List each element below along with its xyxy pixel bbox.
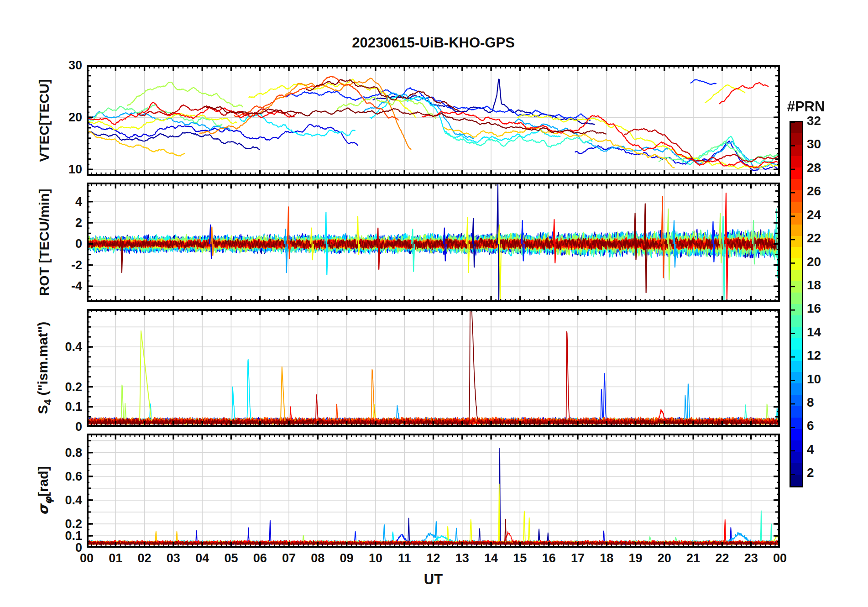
colorbar-tick-28: 28 — [807, 161, 843, 175]
colorbar-tick-12: 12 — [807, 348, 843, 363]
colorbar-tick-8: 8 — [807, 395, 843, 410]
colorbar-tick-26: 26 — [807, 184, 843, 199]
ytick-s4-0.2: 0.2 — [32, 380, 82, 394]
vtec-panel — [87, 65, 780, 176]
ytick-sigma_phi-0.2: 0.2 — [32, 517, 82, 531]
prn-colorbar — [790, 121, 803, 487]
chart-title: 20230615-UiB-KHO-GPS — [87, 35, 780, 51]
ytick-rot--2: -2 — [32, 258, 82, 272]
colorbar-tick-6: 6 — [807, 419, 843, 433]
ytick-s4-0.1: 0.1 — [32, 400, 82, 414]
xtick-24: 00 — [762, 551, 798, 565]
colorbar-tick-20: 20 — [807, 255, 843, 269]
ytick-sigma_phi-0.4: 0.4 — [32, 493, 82, 507]
colorbar-tick-22: 22 — [807, 231, 843, 246]
ytick-rot-0: 0 — [32, 237, 82, 251]
ytick-rot-2: 2 — [32, 216, 82, 230]
ytick-s4-0: 0 — [32, 420, 82, 434]
colorbar-tick-2: 2 — [807, 466, 843, 480]
ytick-rot--4: -4 — [32, 279, 82, 293]
ytick-vtec-30: 30 — [32, 58, 82, 73]
colorbar-tick-10: 10 — [807, 372, 843, 387]
colorbar-tick-14: 14 — [807, 325, 843, 340]
colorbar-tick-4: 4 — [807, 442, 843, 457]
x-axis-label: UT — [87, 571, 780, 588]
figure: 20230615-UiB-KHO-GPS #PRN VTEC[TECU]ROT … — [0, 0, 868, 607]
ytick-sigma_phi-0.6: 0.6 — [32, 469, 82, 483]
ytick-sigma_phi-0.8: 0.8 — [32, 445, 82, 460]
ytick-vtec-20: 20 — [32, 110, 82, 125]
colorbar-tick-24: 24 — [807, 208, 843, 222]
colorbar-tick-16: 16 — [807, 301, 843, 316]
ytick-vtec-10: 10 — [32, 162, 82, 177]
colorbar-tick-18: 18 — [807, 278, 843, 293]
s4-panel — [87, 309, 780, 427]
ytick-s4-0.4: 0.4 — [32, 340, 82, 354]
sigma-phi-panel — [87, 434, 780, 548]
colorbar-title: #PRN — [774, 99, 838, 115]
colorbar-tick-30: 30 — [807, 137, 843, 152]
rot-panel — [87, 183, 780, 302]
colorbar-tick-32: 32 — [807, 114, 843, 128]
ytick-rot-4: 4 — [32, 194, 82, 209]
